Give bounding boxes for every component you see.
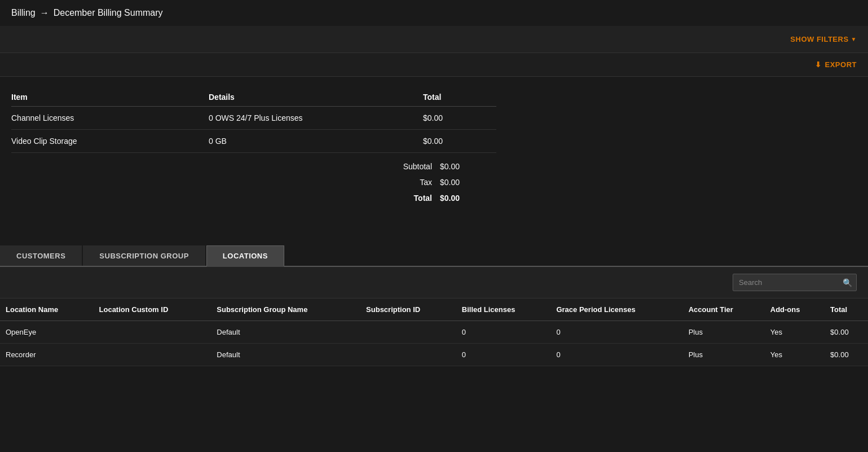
table-cell [94, 344, 212, 366]
subtotals-block: Subtotal $0.00 Tax $0.00 Total $0.00 [11, 159, 496, 206]
subtotal-row: Tax $0.00 [11, 174, 496, 190]
subtotal-value: $0.00 [440, 178, 496, 187]
tab-subscription-group[interactable]: SUBSCRIPTION GROUP [83, 245, 205, 266]
table-cell: $0.00 [825, 344, 868, 366]
table-cell: 0 [550, 321, 682, 344]
summary-details: 0 GB [209, 130, 417, 153]
breadcrumb-current: December Billing Summary [54, 8, 163, 18]
breadcrumb-separator: → [40, 8, 49, 18]
search-input[interactable] [733, 274, 857, 291]
summary-col-item: Item [11, 88, 209, 107]
table-cell: 0 [550, 344, 682, 366]
locations-col-header: Billed Licenses [456, 299, 551, 321]
table-row: Channel Licenses 0 OWS 24/7 Plus License… [11, 107, 496, 130]
table-cell: $0.00 [825, 321, 868, 344]
table-cell: Recorder [0, 344, 94, 366]
table-cell: 0 [456, 344, 551, 366]
locations-col-header: Subscription ID [360, 299, 456, 321]
subtotal-value: $0.00 [440, 194, 496, 203]
summary-total: $0.00 [417, 107, 496, 130]
table-cell: Plus [683, 344, 765, 366]
subtotal-label: Total [384, 194, 440, 203]
summary-col-total: Total [417, 88, 496, 107]
locations-col-header: Subscription Group Name [211, 299, 360, 321]
export-bar: ⬇ EXPORT [0, 53, 868, 77]
breadcrumb: Billing → December Billing Summary [0, 0, 868, 26]
table-cell [360, 344, 456, 366]
chevron-down-icon: ▼ [851, 36, 857, 42]
subtotal-row: Total $0.00 [11, 190, 496, 206]
locations-col-header: Location Custom ID [94, 299, 212, 321]
locations-col-header: Location Name [0, 299, 94, 321]
table-cell: Yes [765, 344, 825, 366]
subtotal-row: Subtotal $0.00 [11, 159, 496, 174]
summary-table: Item Details Total Channel Licenses 0 OW… [11, 88, 496, 153]
table-cell: Plus [683, 321, 765, 344]
export-icon: ⬇ [815, 60, 822, 69]
summary-details: 0 OWS 24/7 Plus Licenses [209, 107, 417, 130]
subtotal-label: Tax [384, 178, 440, 187]
summary-col-details: Details [209, 88, 417, 107]
table-cell: 0 [456, 321, 551, 344]
tab-customers[interactable]: CUSTOMERS [0, 245, 82, 266]
show-filters-button[interactable]: SHOW FILTERS ▼ [790, 35, 857, 43]
table-row: OpenEyeDefault00PlusYes$0.00 [0, 321, 868, 344]
table-cell [360, 321, 456, 344]
subtotal-label: Subtotal [384, 162, 440, 171]
table-cell: Yes [765, 321, 825, 344]
table-cell: OpenEye [0, 321, 94, 344]
table-cell: Default [211, 321, 360, 344]
export-button[interactable]: ⬇ EXPORT [815, 60, 857, 69]
summary-item: Video Clip Storage [11, 130, 209, 153]
filter-bar: SHOW FILTERS ▼ [0, 26, 868, 53]
locations-section: 🔍 Location NameLocation Custom IDSubscri… [0, 267, 868, 366]
tab-locations[interactable]: LOCATIONS [206, 245, 284, 267]
summary-item: Channel Licenses [11, 107, 209, 130]
summary-section: Item Details Total Channel Licenses 0 OW… [0, 77, 868, 212]
summary-total: $0.00 [417, 130, 496, 153]
show-filters-label: SHOW FILTERS [790, 35, 848, 43]
locations-col-header: Add-ons [765, 299, 825, 321]
locations-col-header: Account Tier [683, 299, 765, 321]
search-wrapper: 🔍 [733, 274, 857, 291]
subtotal-value: $0.00 [440, 162, 496, 171]
table-row: Video Clip Storage 0 GB $0.00 [11, 130, 496, 153]
breadcrumb-root[interactable]: Billing [11, 8, 36, 18]
table-cell [94, 321, 212, 344]
locations-col-header: Total [825, 299, 868, 321]
export-label: EXPORT [825, 60, 857, 69]
tabs-bar: CUSTOMERSSUBSCRIPTION GROUPLOCATIONS [0, 245, 868, 267]
locations-toolbar: 🔍 [0, 267, 868, 299]
tabs-section: CUSTOMERSSUBSCRIPTION GROUPLOCATIONS [0, 245, 868, 267]
locations-table: Location NameLocation Custom IDSubscript… [0, 299, 868, 366]
locations-col-header: Grace Period Licenses [550, 299, 682, 321]
table-row: RecorderDefault00PlusYes$0.00 [0, 344, 868, 366]
table-cell: Default [211, 344, 360, 366]
